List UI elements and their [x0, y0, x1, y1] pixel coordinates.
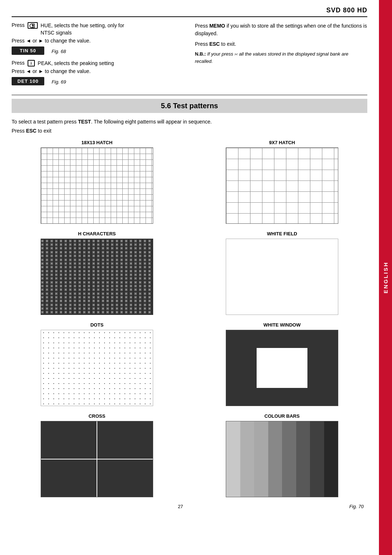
colour-bar-4 — [282, 421, 296, 497]
pattern-whitewindow-label: WHITE WINDOW — [264, 322, 301, 328]
main-content: SVD 800 HD Press HUE, selects the hue se… — [0, 0, 379, 521]
top-left: Press HUE, selects the hue setting, only… — [12, 22, 184, 89]
memo-bold: MEMO — [209, 23, 225, 29]
hatch-18x13-image — [41, 147, 153, 224]
colour-bar-3 — [268, 421, 282, 497]
colour-bar-7 — [324, 421, 338, 497]
product-title: SVD 800 HD — [326, 7, 367, 14]
intro-text-2: Press ESC to exit — [12, 127, 367, 135]
pattern-18x13: 18X13 HATCH — [12, 140, 182, 224]
sidebar-label: ENGLISH — [383, 262, 389, 293]
arrows-line-hue: Press ◄ or ► to change the value. — [12, 38, 184, 44]
sidebar: ENGLISH — [379, 0, 392, 555]
pattern-cross: CROSS — [12, 413, 182, 497]
peak-icon: i — [28, 60, 35, 66]
esc-bold: ESC — [209, 41, 220, 47]
press-hue-line: Press HUE, selects the hue setting, only… — [12, 22, 184, 36]
hchars-image: H H H H H H H H H H H H H H H H H H H H … — [41, 239, 153, 315]
top-section: Press HUE, selects the hue setting, only… — [12, 22, 367, 89]
pattern-dots-label: DOTS — [90, 322, 103, 328]
whitewindow-image — [226, 330, 338, 406]
intro-text-1: To select a test pattern press TEST. The… — [12, 118, 367, 126]
pattern-hchars-label: H CHARACTERS — [78, 231, 116, 236]
section-title: 5.6 Test patterns — [12, 99, 367, 113]
pattern-whitefield-label: WHITE FIELD — [267, 231, 297, 236]
hue-icon — [28, 22, 38, 29]
colour-bar-0 — [226, 421, 240, 497]
esc-line: Press ESC to exit. — [195, 41, 367, 47]
cross-image — [41, 421, 153, 497]
peak-section: Press i PEAK, selects the peaking settin… — [12, 60, 184, 87]
cross-v-line — [97, 421, 97, 497]
osd-row-tin: TIN 50 Fig. 68 — [12, 46, 184, 56]
colour-bar-1 — [240, 421, 254, 497]
press-word-hue: Press — [12, 22, 25, 28]
pattern-colourbars: COLOUR BARS — [197, 413, 367, 497]
whitewindow-inner — [257, 348, 307, 388]
colour-bar-2 — [254, 421, 268, 497]
pattern-18x13-label: 18X13 HATCH — [81, 140, 113, 145]
top-right: Press MEMO if you wish to store all the … — [195, 22, 367, 89]
pattern-whitefield: WHITE FIELD — [197, 231, 367, 315]
pattern-9x7-label: 9X7 HATCH — [269, 140, 295, 145]
colour-bar-6 — [310, 421, 324, 497]
top-bar: SVD 800 HD — [12, 7, 367, 17]
pattern-cross-label: CROSS — [89, 413, 105, 419]
nb-text: N.B.: If your press ›‹ all the values st… — [195, 50, 367, 65]
pattern-colourbars-label: COLOUR BARS — [265, 413, 300, 419]
dots-image — [41, 330, 153, 406]
memo-text: Press MEMO if you wish to store all the … — [195, 22, 367, 37]
fig70: Fig. 70 — [349, 504, 364, 509]
arrows-line-peak: Press ◄ or ► to change the value. — [12, 68, 184, 74]
press-peak-line: Press i PEAK, selects the peaking settin… — [12, 60, 184, 67]
peak-desc: PEAK, selects the peaking setting — [38, 60, 114, 67]
press-word-peak: Press — [12, 60, 25, 66]
nb-italic: If your press ›‹ all the values stored i… — [195, 51, 348, 64]
nb-label: N.B.: — [195, 51, 206, 57]
svg-point-0 — [30, 24, 33, 28]
test-bold: TEST — [78, 119, 91, 125]
esc-bold2: ESC — [26, 128, 37, 134]
pattern-dots: DOTS — [12, 322, 182, 406]
osd-det: DET 100 — [12, 77, 44, 85]
hatch-9x7-image — [226, 147, 338, 224]
page-number: 27 — [12, 504, 349, 509]
osd-row-det: DET 100 Fig. 69 — [12, 77, 184, 87]
pattern-grid: 18X13 HATCH 9X7 HATCH H CHARACTERS H H H… — [12, 140, 367, 497]
hue-desc: HUE, selects the hue setting, only forNT… — [41, 22, 124, 36]
whitefield-image — [226, 239, 338, 315]
osd-tin: TIN 50 — [12, 46, 44, 55]
fig-68: Fig. 68 — [52, 49, 66, 54]
pattern-hchars: H CHARACTERS H H H H H H H H H H H H H H… — [12, 231, 182, 315]
colourbars-image — [226, 421, 338, 497]
pattern-whitewindow: WHITE WINDOW — [197, 322, 367, 406]
section-divider — [12, 95, 367, 95]
fig-69: Fig. 69 — [52, 79, 66, 85]
colour-bar-5 — [296, 421, 310, 497]
pattern-9x7: 9X7 HATCH — [197, 140, 367, 224]
